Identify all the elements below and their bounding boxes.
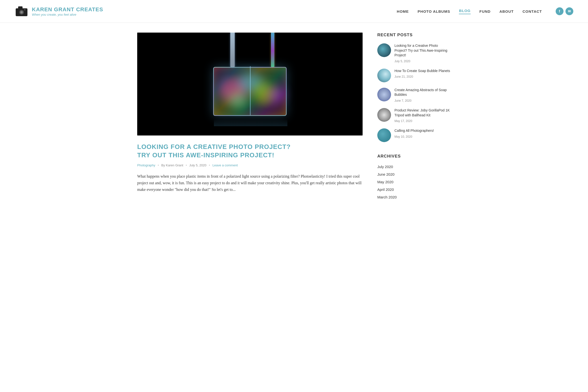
blog-content: LOOKING FOR A CREATIVE PHOTO PROJECT? TR… bbox=[137, 32, 362, 211]
recent-post-item-2: How To Create Soap Bubble Planets June 2… bbox=[377, 68, 451, 82]
main-nav: HOME PHOTO ALBUMS BLOG FUND ABOUT CONTAC… bbox=[397, 7, 573, 15]
sidebar: RECENT POSTS Looking for a Creative Phot… bbox=[377, 32, 451, 211]
recent-post-thumb-5 bbox=[377, 128, 391, 142]
facebook-button[interactable]: f bbox=[556, 7, 564, 15]
hero-image-inner bbox=[137, 32, 362, 136]
recent-post-item-5: Calling All Photographers! May 10, 2020 bbox=[377, 128, 451, 142]
hero-image bbox=[137, 32, 362, 136]
post-meta: Photography • By Karen Grant • July 5, 2… bbox=[137, 164, 362, 167]
nav-contact[interactable]: CONTACT bbox=[522, 9, 542, 14]
iridescent-box bbox=[208, 52, 292, 116]
recent-post-link-3[interactable]: Create Amazing Abstracts of Soap Bubbles bbox=[394, 88, 451, 97]
archives-section: ARCHIVES July 2020 June 2020 May 2020 Ap… bbox=[377, 154, 451, 199]
meta-dot-2: • bbox=[186, 164, 187, 167]
recent-posts-section: RECENT POSTS Looking for a Creative Phot… bbox=[377, 32, 451, 142]
logo-text: KAREN GRANT CREATES When you create, you… bbox=[32, 6, 103, 16]
plastic-box bbox=[213, 67, 287, 116]
recent-post-thumb-1 bbox=[377, 43, 391, 57]
nav-photo-albums[interactable]: PHOTO ALBUMS bbox=[418, 9, 450, 14]
nav-about[interactable]: ABOUT bbox=[499, 9, 514, 14]
main-container: LOOKING FOR A CREATIVE PHOTO PROJECT? TR… bbox=[122, 23, 466, 221]
post-title-line2: TRY OUT THIS AWE-INSPIRING PROJECT! bbox=[137, 152, 274, 159]
archive-link-april-2020[interactable]: April 2020 bbox=[377, 188, 451, 192]
recent-post-item-4: Product Review: Joby GorillaPod 1K Tripo… bbox=[377, 108, 451, 123]
recent-post-info-2: How To Create Soap Bubble Planets June 2… bbox=[394, 68, 451, 79]
post-category[interactable]: Photography bbox=[137, 164, 155, 167]
archive-link-july-2020[interactable]: July 2020 bbox=[377, 165, 451, 169]
archive-link-may-2020[interactable]: May 2020 bbox=[377, 180, 451, 184]
post-comment-link[interactable]: Leave a comment bbox=[212, 164, 238, 167]
recent-post-item-1: Looking for a Creative Photo Project? Tr… bbox=[377, 43, 451, 63]
recent-post-link-1[interactable]: Looking for a Creative Photo Project? Tr… bbox=[394, 43, 451, 58]
recent-post-link-5[interactable]: Calling All Photographers! bbox=[394, 128, 451, 133]
svg-rect-5 bbox=[24, 9, 26, 10]
social-icons: f ✉ bbox=[556, 7, 573, 15]
recent-post-date-4: May 17, 2020 bbox=[394, 119, 412, 123]
recent-posts-title: RECENT POSTS bbox=[377, 32, 451, 38]
recent-post-date-5: May 10, 2020 bbox=[394, 135, 412, 138]
camera-icon bbox=[15, 4, 28, 18]
archive-link-march-2020[interactable]: March 2020 bbox=[377, 195, 451, 199]
site-tagline: When you create, you feel alive bbox=[32, 13, 103, 16]
recent-post-date-1: July 5, 2020 bbox=[394, 60, 410, 63]
email-button[interactable]: ✉ bbox=[566, 7, 573, 15]
post-date: July 5, 2020 bbox=[189, 164, 206, 167]
recent-post-info-4: Product Review: Joby GorillaPod 1K Tripo… bbox=[394, 108, 451, 123]
fork-decoration bbox=[230, 32, 235, 67]
nav-home[interactable]: HOME bbox=[397, 9, 409, 14]
site-title: KAREN GRANT CREATES bbox=[32, 6, 103, 13]
knife-decoration bbox=[271, 32, 274, 67]
recent-post-thumb-4 bbox=[377, 108, 391, 122]
nav-blog[interactable]: BLOG bbox=[459, 8, 470, 14]
meta-dot-3: • bbox=[209, 164, 210, 167]
recent-post-link-2[interactable]: How To Create Soap Bubble Planets bbox=[394, 68, 451, 74]
recent-post-date-3: June 7, 2020 bbox=[394, 99, 411, 102]
logo-area: KAREN GRANT CREATES When you create, you… bbox=[15, 4, 103, 18]
post-title-line1: LOOKING FOR A CREATIVE PHOTO PROJECT? bbox=[137, 143, 290, 150]
recent-post-info-3: Create Amazing Abstracts of Soap Bubbles… bbox=[394, 88, 451, 103]
archives-title: ARCHIVES bbox=[377, 154, 451, 159]
post-title: LOOKING FOR A CREATIVE PHOTO PROJECT? TR… bbox=[137, 143, 362, 160]
archive-link-june-2020[interactable]: June 2020 bbox=[377, 172, 451, 176]
recent-post-thumb-2 bbox=[377, 68, 391, 82]
post-body-text: What happens when you place plastic item… bbox=[137, 173, 362, 193]
recent-post-date-2: June 21, 2020 bbox=[394, 75, 413, 78]
recent-post-thumb-3 bbox=[377, 88, 391, 102]
svg-rect-1 bbox=[18, 6, 22, 9]
site-header: KAREN GRANT CREATES When you create, you… bbox=[0, 0, 588, 23]
svg-point-4 bbox=[20, 11, 22, 13]
recent-post-link-4[interactable]: Product Review: Joby GorillaPod 1K Tripo… bbox=[394, 108, 451, 118]
post-body: What happens when you place plastic item… bbox=[137, 173, 362, 193]
meta-dot-1: • bbox=[158, 164, 159, 167]
post-author: By Karen Grant bbox=[161, 164, 183, 167]
recent-post-item-3: Create Amazing Abstracts of Soap Bubbles… bbox=[377, 88, 451, 103]
recent-post-info-1: Looking for a Creative Photo Project? Tr… bbox=[394, 43, 451, 63]
recent-post-info-5: Calling All Photographers! May 10, 2020 bbox=[394, 128, 451, 139]
nav-fund[interactable]: FUND bbox=[480, 9, 491, 14]
